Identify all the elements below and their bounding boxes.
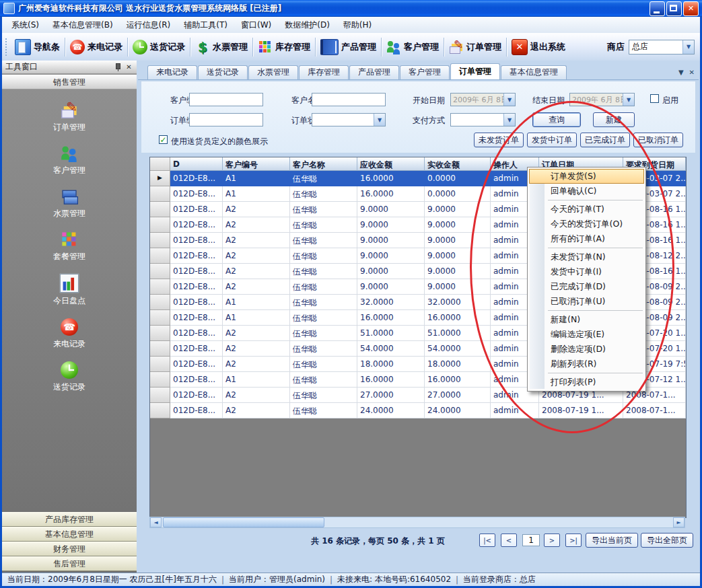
horizontal-scrollbar[interactable]: ◄ ► <box>149 517 685 528</box>
sidebar-section-bar[interactable]: 售后管理 <box>2 556 137 571</box>
menubar-item[interactable]: 窗口(W) <box>234 17 278 34</box>
maximize-button[interactable] <box>666 1 682 16</box>
export-all-button[interactable]: 导出全部页 <box>641 533 693 548</box>
row-selector[interactable] <box>150 372 170 388</box>
toolbar-button-exit[interactable]: 退出系统 <box>508 37 569 57</box>
menubar-item[interactable]: 系统(S) <box>5 17 46 34</box>
order-status-filter-button[interactable]: 已取消订单 <box>633 133 683 147</box>
context-menu-item[interactable]: 编辑选定项(E) <box>529 327 644 342</box>
table-row[interactable]: 012D-E8...A2伍华聪24.000024.0000admin2008-0… <box>150 403 686 418</box>
tab-0[interactable]: 来电记录 <box>147 65 197 79</box>
tab-5[interactable]: 客户管理 <box>400 65 450 79</box>
sidebar-item-delivery-record[interactable]: 送货记录 <box>2 356 137 399</box>
context-menu-item[interactable]: 所有的订单(A) <box>529 231 644 246</box>
sidebar-close-icon[interactable]: ✕ <box>125 63 133 71</box>
sidebar-section-bar[interactable]: 财务管理 <box>2 542 137 556</box>
pin-icon[interactable] <box>114 63 122 71</box>
context-menu-item[interactable]: 今天的发货订单(O) <box>529 217 644 231</box>
toolbar-button-inventory[interactable]: 库存管理 <box>254 38 314 57</box>
scroll-right-arrow[interactable]: ► <box>673 517 685 527</box>
context-menu-item[interactable]: 删除选定项(D) <box>529 342 644 357</box>
customer-name-input[interactable] <box>312 93 386 106</box>
toolbar-grip[interactable] <box>5 38 9 56</box>
export-current-button[interactable]: 导出当前页 <box>586 533 638 548</box>
context-menu-item[interactable]: 发货中订单(I) <box>529 264 644 279</box>
sidebar-item-daily-check[interactable]: 今日盘点 <box>2 268 137 313</box>
row-selector[interactable]: ▶ <box>150 171 170 186</box>
order-no-input[interactable] <box>189 113 263 126</box>
menubar-item[interactable]: 基本信息管理(B) <box>46 17 120 34</box>
row-selector[interactable] <box>150 403 170 418</box>
row-selector[interactable] <box>150 264 170 279</box>
order-status-filter-button[interactable]: 未发货订单 <box>474 133 524 147</box>
order-status-filter-button[interactable]: 发货中订单 <box>527 133 577 147</box>
page-number-input[interactable]: 1 <box>522 534 540 546</box>
store-select[interactable]: 总店 ▼ <box>629 40 695 54</box>
sidebar-item-package[interactable]: 套餐管理 <box>2 225 137 268</box>
toolbar-button-customer[interactable]: 客户管理 <box>383 38 442 57</box>
toolbar-button-incoming-call[interactable]: 来电记录 <box>67 38 126 57</box>
new-button[interactable]: 新建 <box>593 112 635 127</box>
customer-no-input[interactable] <box>189 93 263 106</box>
scroll-thumb[interactable] <box>163 517 324 527</box>
context-menu-item[interactable]: 新建(N) <box>529 312 644 327</box>
last-page-button[interactable]: >| <box>565 534 582 547</box>
scroll-left-arrow[interactable]: ◄ <box>150 517 162 527</box>
context-menu-item[interactable]: 刷新列表(R) <box>529 357 644 371</box>
toolbar-button-navigator[interactable]: 导航条 <box>11 37 63 57</box>
sidebar-item-incoming-call[interactable]: 来电记录 <box>2 313 137 356</box>
row-selector[interactable] <box>150 248 170 264</box>
sidebar-item-customer[interactable]: 客户管理 <box>2 139 137 182</box>
row-selector[interactable] <box>150 202 170 217</box>
row-selector[interactable] <box>150 233 170 248</box>
toolbar-button-order[interactable]: 订单管理 <box>446 38 505 57</box>
tab-scroll-down-icon[interactable]: ▼ <box>678 69 684 76</box>
sidebar-section-sales[interactable]: 销售管理 <box>2 75 137 89</box>
tab-4[interactable]: 产品管理 <box>349 65 399 79</box>
menubar-item[interactable]: 数据维护(D) <box>278 17 337 34</box>
context-menu-item[interactable]: 打印列表(P) <box>529 375 644 390</box>
enable-date-checkbox[interactable] <box>650 94 659 103</box>
context-menu-item[interactable]: 今天的订单(T) <box>529 202 644 217</box>
context-menu-item[interactable]: 未发货订单(N) <box>529 250 644 264</box>
context-menu-item[interactable]: 订单发货(S) <box>529 169 644 184</box>
first-page-button[interactable]: |< <box>479 534 495 547</box>
column-header[interactable]: 客户名称 <box>290 157 357 171</box>
column-header[interactable]: 客户编号 <box>223 157 290 171</box>
row-selector[interactable] <box>150 310 170 326</box>
tab-1[interactable]: 送货记录 <box>198 65 248 79</box>
sidebar-item-ticket-book[interactable]: 水票管理 <box>2 182 137 225</box>
sidebar-section-bar[interactable]: 基本信息管理 <box>2 527 137 542</box>
tab-3[interactable]: 库存管理 <box>299 65 349 79</box>
row-selector[interactable] <box>150 388 170 403</box>
row-selector[interactable] <box>150 326 170 341</box>
tab-close-icon[interactable]: ✕ <box>689 69 695 76</box>
context-menu-item[interactable]: 回单确认(C) <box>529 184 644 198</box>
row-selector[interactable] <box>150 341 170 357</box>
tab-7[interactable]: 基本信息管理 <box>501 65 567 79</box>
tab-2[interactable]: 水票管理 <box>248 65 298 79</box>
sidebar-item-order[interactable]: 订单管理 <box>2 96 137 139</box>
next-page-button[interactable]: > <box>544 534 560 547</box>
row-selector[interactable] <box>150 217 170 233</box>
start-date-picker[interactable]: 2009年 6月 8日 ▼ <box>450 93 516 106</box>
sidebar-section-bar[interactable]: 产品库存管理 <box>2 512 137 527</box>
close-button[interactable] <box>683 1 699 16</box>
context-menu-item[interactable]: 已取消订单(U) <box>529 294 644 309</box>
context-menu-item[interactable]: 已完成订单(D) <box>529 279 644 294</box>
end-date-picker[interactable]: 2009年 6月 8日 ▼ <box>569 93 635 106</box>
pay-method-select[interactable]: ▼ <box>450 113 516 126</box>
column-header[interactable]: D <box>170 157 223 171</box>
color-display-checkbox[interactable] <box>159 135 168 144</box>
query-button[interactable]: 查询 <box>532 112 581 127</box>
menubar-item[interactable]: 辅助工具(T) <box>177 17 234 34</box>
toolbar-button-delivery-record[interactable]: 送货记录 <box>129 38 188 57</box>
toolbar-button-water-ticket[interactable]: 水票管理 <box>192 38 251 57</box>
menubar-item[interactable]: 运行信息(R) <box>120 17 178 34</box>
row-selector[interactable] <box>150 279 170 295</box>
order-status-select[interactable]: ▼ <box>312 113 386 126</box>
tab-6[interactable]: 订单管理 <box>450 63 500 79</box>
order-status-filter-button[interactable]: 已完成订单 <box>580 133 630 147</box>
row-selector[interactable] <box>150 357 170 372</box>
column-header[interactable]: 应收金额 <box>357 157 425 171</box>
